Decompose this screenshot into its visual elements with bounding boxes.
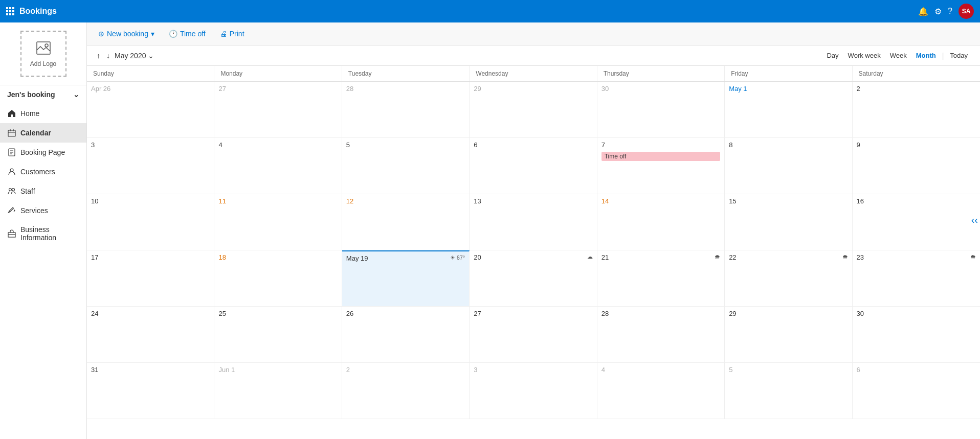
table-row[interactable]: 20☁ (470, 250, 597, 307)
table-row[interactable]: 28 (597, 307, 725, 363)
cell-date: 27 (218, 85, 226, 93)
month-picker[interactable]: May 2020 ⌄ (115, 52, 154, 60)
cell-date: 13 (474, 197, 481, 205)
add-logo-button[interactable]: Add Logo (20, 31, 66, 77)
new-booking-button[interactable]: ⊕ New booking ▾ (95, 28, 158, 40)
sidebar-label-staff: Staff (20, 187, 35, 195)
table-row[interactable]: 17 (87, 250, 214, 307)
table-row[interactable]: 22🌧 (725, 250, 852, 307)
booking-name-dropdown[interactable]: Jen's booking ⌄ (0, 85, 86, 104)
sidebar-item-business-info[interactable]: Business Information (0, 220, 86, 247)
table-row[interactable]: 7Time off (597, 138, 725, 194)
app-grid-icon[interactable] (6, 7, 14, 15)
table-row[interactable]: Apr 26 (87, 82, 214, 138)
table-row[interactable]: 27 (214, 82, 342, 138)
cell-date: 28 (346, 85, 353, 93)
sidebar-item-services[interactable]: Services (0, 201, 86, 220)
table-row[interactable]: 4 (214, 138, 342, 194)
sidebar-item-customers[interactable]: Customers (0, 162, 86, 181)
table-row[interactable]: 5 (725, 363, 852, 419)
table-row[interactable]: 31 (87, 363, 214, 419)
table-row[interactable]: 10 (87, 194, 214, 250)
table-row[interactable]: 2 (853, 82, 980, 138)
app-title: Bookings (19, 7, 918, 16)
booking-page-icon (7, 148, 16, 157)
table-row[interactable]: 8 (725, 138, 852, 194)
table-row[interactable]: 26 (342, 307, 470, 363)
sidebar-item-home[interactable]: Home (0, 104, 86, 123)
cell-date: 4 (218, 141, 222, 149)
settings-icon[interactable]: ⚙ (934, 7, 942, 16)
table-row[interactable]: 13 (470, 194, 597, 250)
table-row[interactable]: 23🌧 (853, 250, 980, 307)
table-row[interactable]: 9 (853, 138, 980, 194)
svg-rect-2 (8, 130, 15, 136)
cell-date: 9 (857, 141, 860, 149)
content-area: ⊕ New booking ▾ 🕐 Time off 🖨 Print ↑ ↓ M… (87, 22, 980, 439)
cell-date: 8 (729, 141, 732, 149)
table-row[interactable]: 25 (214, 307, 342, 363)
table-row[interactable]: 21🌧 (597, 250, 725, 307)
print-icon: 🖨 (220, 30, 227, 38)
table-row[interactable]: 3 (470, 363, 597, 419)
view-day-button[interactable]: Day (822, 50, 842, 61)
view-week-button[interactable]: Week (886, 50, 911, 61)
cell-date: May 1 (729, 85, 747, 93)
table-row[interactable]: 24 (87, 307, 214, 363)
table-row[interactable]: May 1 (725, 82, 852, 138)
table-row[interactable]: 16 (853, 194, 980, 250)
table-row[interactable]: 29 (470, 82, 597, 138)
table-row[interactable]: 6 (853, 363, 980, 419)
cell-date: 11 (218, 197, 226, 205)
next-period-button[interactable]: ↓ (105, 50, 112, 61)
table-row[interactable]: 2 (342, 363, 470, 419)
table-row[interactable]: 5 (342, 138, 470, 194)
sidebar-item-calendar[interactable]: Calendar (0, 123, 86, 143)
table-row[interactable]: 14 (597, 194, 725, 250)
table-row[interactable]: 12 (342, 194, 470, 250)
table-row[interactable]: 18 (214, 250, 342, 307)
table-row[interactable]: 29 (725, 307, 852, 363)
sidebar-item-staff[interactable]: Staff (0, 181, 86, 201)
table-row[interactable]: 4 (597, 363, 725, 419)
table-row[interactable]: 28 (342, 82, 470, 138)
table-row[interactable]: 6 (470, 138, 597, 194)
user-avatar[interactable]: SA (959, 4, 974, 19)
svg-point-6 (12, 189, 15, 191)
table-row[interactable]: 3 (87, 138, 214, 194)
cell-date: 24 (91, 310, 98, 317)
view-buttons: Day Work week Week Month | Today (822, 50, 972, 61)
cell-date: 2 (857, 85, 860, 93)
help-icon[interactable]: ? (948, 7, 952, 16)
weather-info: 🌧 (842, 253, 848, 260)
prev-period-button[interactable]: ↑ (95, 50, 102, 61)
view-workweek-button[interactable]: Work week (844, 50, 885, 61)
notification-icon[interactable]: 🔔 (918, 7, 928, 16)
table-row[interactable]: Jun 1 (214, 363, 342, 419)
print-button[interactable]: 🖨 Print (217, 28, 248, 40)
calendar-grid-container: Sunday Monday Tuesday Wednesday Thursday… (87, 66, 980, 439)
day-header-tuesday: Tuesday (342, 66, 470, 81)
view-month-button[interactable]: Month (912, 50, 940, 61)
table-row[interactable]: 11 (214, 194, 342, 250)
cell-date: 6 (474, 141, 477, 149)
dropdown-arrow-icon: ▾ (151, 30, 154, 38)
collapse-right-button[interactable]: ‹‹ (971, 214, 978, 225)
cell-date: Apr 26 (91, 85, 110, 93)
table-row[interactable]: 30 (853, 307, 980, 363)
calendar-icon (7, 128, 16, 137)
table-row[interactable]: 30 (597, 82, 725, 138)
sidebar-item-booking-page[interactable]: Booking Page (0, 143, 86, 162)
day-header-wednesday: Wednesday (470, 66, 597, 81)
print-label: Print (230, 30, 244, 38)
staff-icon (7, 187, 16, 196)
view-today-button[interactable]: Today (946, 50, 972, 61)
weather-info: ☁ (587, 253, 593, 260)
cell-date: 18 (218, 253, 226, 261)
add-logo-label: Add Logo (30, 60, 56, 67)
table-row[interactable]: 15 (725, 194, 852, 250)
time-off-button[interactable]: 🕐 Time off (166, 28, 209, 40)
weather-info: 🌧 (970, 253, 976, 260)
table-row[interactable]: 27 (470, 307, 597, 363)
table-row[interactable]: May 19☀ 67° (342, 250, 470, 307)
